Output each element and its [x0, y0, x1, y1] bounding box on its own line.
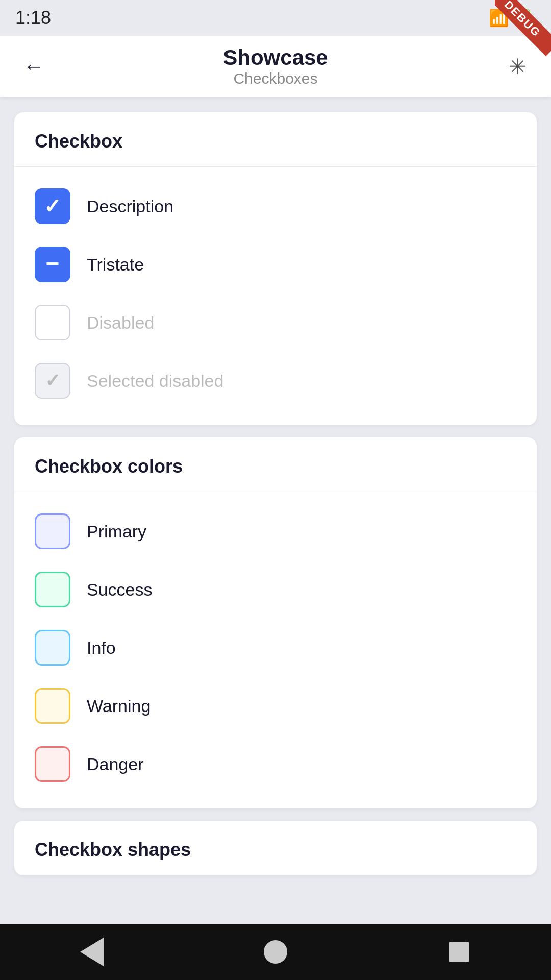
checkbox-row-success[interactable]: Success — [35, 560, 516, 619]
checkbox-warning[interactable] — [35, 688, 70, 724]
checkbox-card: Checkbox ✓ Description − Tristate — [14, 112, 537, 425]
checkbox-tristate[interactable]: − — [35, 247, 70, 282]
nav-home-button[interactable] — [255, 932, 296, 972]
checkbox-card-header: Checkbox — [14, 112, 537, 167]
content-area: Checkbox ✓ Description − Tristate — [0, 97, 551, 891]
checkbox-selected-disabled-label: Selected disabled — [87, 371, 223, 391]
checkbox-row-tristate[interactable]: − Tristate — [35, 235, 516, 293]
nav-back-button[interactable] — [71, 932, 112, 972]
checkbox-row-danger[interactable]: Danger — [35, 735, 516, 793]
checkmark-icon: ✓ — [44, 196, 61, 216]
checkbox-danger[interactable] — [35, 746, 70, 782]
tristate-icon: − — [46, 252, 60, 275]
checkbox-success[interactable] — [35, 572, 70, 607]
back-nav-icon — [80, 938, 104, 966]
app-bar: ← Showcase Checkboxes ✳ — [0, 36, 551, 97]
nav-recents-button[interactable] — [439, 932, 480, 972]
checkbox-colors-card: Checkbox colors Primary Success Info War… — [14, 437, 537, 808]
checkbox-row-selected-disabled: ✓ Selected disabled — [35, 352, 516, 410]
checkbox-section-title: Checkbox — [35, 131, 122, 152]
checkbox-warning-label: Warning — [87, 696, 151, 716]
page-subtitle: Checkboxes — [49, 70, 502, 87]
checkbox-row-warning[interactable]: Warning — [35, 677, 516, 735]
checkbox-shapes-title: Checkbox shapes — [35, 839, 191, 860]
debug-label: DEBUG — [495, 0, 551, 56]
home-nav-icon — [264, 940, 287, 964]
checkbox-row-disabled: Disabled — [35, 293, 516, 352]
checkbox-primary-label: Primary — [87, 522, 146, 542]
checkbox-shapes-card-header: Checkbox shapes — [14, 821, 537, 875]
status-bar: 1:18 📶 🔋 — [0, 0, 551, 36]
checkbox-description[interactable]: ✓ — [35, 188, 70, 224]
checkmark-disabled-icon: ✓ — [45, 372, 60, 390]
checkbox-colors-title: Checkbox colors — [35, 456, 183, 477]
bottom-nav — [0, 924, 551, 980]
debug-badge: DEBUG — [495, 0, 551, 56]
app-bar-title: Showcase Checkboxes — [49, 45, 502, 87]
checkbox-selected-disabled: ✓ — [35, 363, 70, 399]
checkbox-card-body: ✓ Description − Tristate Disabled ✓ — [14, 167, 537, 425]
checkbox-colors-card-header: Checkbox colors — [14, 437, 537, 492]
page-title: Showcase — [49, 45, 502, 70]
checkbox-row-description[interactable]: ✓ Description — [35, 177, 516, 235]
checkbox-info-label: Info — [87, 638, 116, 658]
checkbox-info[interactable] — [35, 630, 70, 666]
checkbox-disabled — [35, 305, 70, 340]
checkbox-shapes-card: Checkbox shapes — [14, 821, 537, 875]
status-time: 1:18 — [15, 7, 51, 29]
recents-nav-icon — [449, 942, 469, 962]
checkbox-success-label: Success — [87, 580, 153, 600]
checkbox-row-primary[interactable]: Primary — [35, 502, 516, 560]
checkbox-danger-label: Danger — [87, 754, 144, 774]
checkbox-tristate-label: Tristate — [87, 255, 144, 275]
back-arrow-icon: ← — [23, 54, 44, 79]
checkbox-description-label: Description — [87, 197, 173, 216]
sun-icon: ✳ — [509, 54, 527, 79]
checkbox-disabled-label: Disabled — [87, 313, 154, 333]
checkbox-primary[interactable] — [35, 513, 70, 549]
back-button[interactable]: ← — [18, 51, 49, 82]
checkbox-colors-card-body: Primary Success Info Warning Danger — [14, 492, 537, 808]
checkbox-row-info[interactable]: Info — [35, 619, 516, 677]
